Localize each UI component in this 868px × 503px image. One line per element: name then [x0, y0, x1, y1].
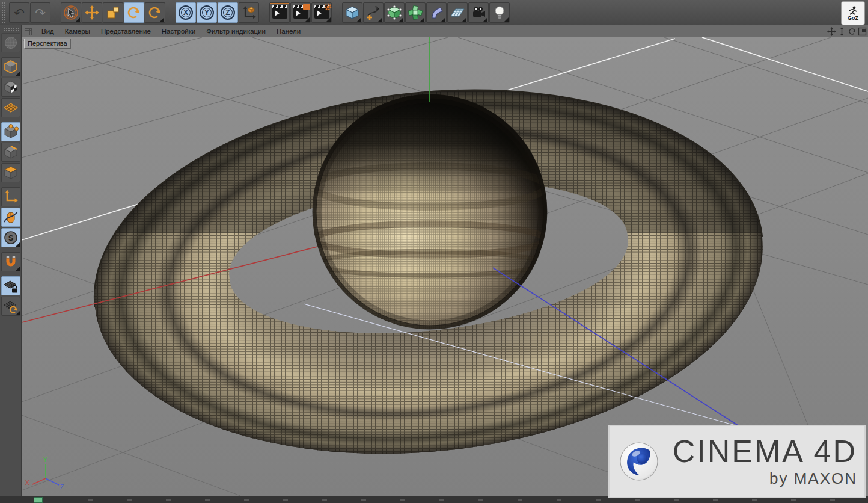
- mouse-tweak-icon: [3, 209, 19, 225]
- viewport-menu-grip[interactable]: [25, 28, 32, 35]
- workplane-orientation-button[interactable]: [1, 297, 20, 316]
- add-cube-button[interactable]: [342, 2, 362, 23]
- toolbar-grip[interactable]: [1, 2, 7, 23]
- render-view-button[interactable]: [269, 2, 290, 23]
- gizmo-y-label: Y: [43, 457, 47, 463]
- zoom-view-icon[interactable]: [837, 27, 846, 36]
- add-subdivision-surface-button[interactable]: [384, 2, 405, 23]
- gizmo-z-label: Z: [60, 484, 64, 490]
- undo-icon: ↶: [14, 7, 25, 19]
- goz-figure-icon: [848, 6, 858, 16]
- model-mode-icon: [3, 59, 19, 75]
- render-view-icon: [272, 7, 287, 19]
- menu-view[interactable]: Вид: [36, 25, 60, 37]
- floor-grid-icon: [450, 5, 465, 20]
- enable-axis-icon: [3, 189, 19, 205]
- render-picture-viewer-button[interactable]: [290, 2, 311, 23]
- cloner-icon: [408, 5, 423, 20]
- magnet-snap-button[interactable]: [1, 252, 20, 271]
- x-axis-icon: X: [179, 5, 193, 20]
- make-editable-icon: [3, 35, 19, 51]
- workplane-mode-button[interactable]: [1, 98, 20, 117]
- rotate-button[interactable]: [124, 2, 144, 23]
- add-camera-button[interactable]: [468, 2, 489, 23]
- menu-panels[interactable]: Панели: [271, 25, 306, 37]
- lock-y-axis-button[interactable]: Y: [197, 2, 217, 23]
- scale-icon: [105, 5, 121, 20]
- lock-z-axis-button[interactable]: Z: [218, 2, 238, 23]
- magnet-icon: [3, 254, 19, 270]
- cinema4d-watermark: CINEMA 4D by MAXON: [608, 425, 866, 498]
- pan-view-icon[interactable]: [827, 27, 836, 36]
- coordinate-system-button[interactable]: [239, 2, 259, 23]
- cube-icon: [344, 5, 360, 20]
- cinema4d-logo-icon: [618, 440, 659, 483]
- add-cloner-button[interactable]: [405, 2, 426, 23]
- menu-display[interactable]: Представление: [96, 25, 156, 37]
- move-icon: [84, 5, 100, 20]
- last-used-rotate-icon: [147, 5, 163, 20]
- make-editable-button[interactable]: [1, 33, 20, 52]
- points-mode-icon: [3, 124, 19, 140]
- z-axis-icon: Z: [221, 5, 235, 20]
- camera-icon: [471, 5, 486, 20]
- undo-button[interactable]: ↶: [9, 2, 29, 23]
- toggle-view-icon[interactable]: [858, 27, 867, 36]
- viewport-label[interactable]: Перспектива: [24, 39, 71, 49]
- redo-button[interactable]: ↷: [30, 2, 50, 23]
- scale-button[interactable]: [103, 2, 123, 23]
- viewport-menu-bar: Вид Камеры Представление Настройки Фильт…: [22, 25, 868, 38]
- goz-label: GoZ: [848, 16, 858, 21]
- edges-mode-icon: [3, 144, 19, 160]
- menu-cameras[interactable]: Камеры: [60, 25, 96, 37]
- polygons-mode-button[interactable]: [1, 163, 20, 182]
- goz-button[interactable]: GoZ: [841, 1, 865, 25]
- points-mode-button[interactable]: [1, 122, 20, 141]
- watermark-title: CINEMA 4D: [673, 435, 857, 468]
- current-frame-marker[interactable]: [34, 497, 43, 503]
- texture-mode-button[interactable]: [1, 78, 20, 97]
- rotate-view-icon[interactable]: [848, 27, 857, 36]
- watermark-subtitle: by MAXON: [673, 469, 857, 488]
- rotate-icon: [126, 5, 142, 20]
- lock-workplane-button[interactable]: [1, 276, 20, 295]
- polygons-mode-icon: [3, 165, 19, 181]
- main-toolbar: ↶ ↷: [0, 0, 868, 26]
- gizmo-x-label: X: [25, 480, 29, 486]
- menu-options[interactable]: Настройки: [156, 25, 201, 37]
- add-environment-button[interactable]: [447, 2, 468, 23]
- menu-filter[interactable]: Фильтр индикации: [201, 25, 271, 37]
- spline-pen-icon: [365, 5, 381, 20]
- subdivision-surface-icon: [387, 5, 402, 20]
- saturn-sphere[interactable]: [311, 93, 548, 330]
- lock-x-axis-button[interactable]: X: [176, 2, 196, 23]
- render-settings-button[interactable]: [311, 2, 332, 23]
- live-selection-button[interactable]: [61, 2, 81, 23]
- light-bulb-icon: [492, 5, 507, 20]
- workplane-mode-icon: [3, 100, 19, 116]
- add-spline-button[interactable]: [363, 2, 384, 23]
- redo-icon: ↷: [35, 7, 46, 19]
- timeline-ticks: [88, 499, 868, 501]
- add-light-button[interactable]: [489, 2, 510, 23]
- mode-palette: S: [0, 25, 22, 496]
- model-mode-button[interactable]: [1, 57, 20, 76]
- viewport-nav-controls: [827, 25, 867, 37]
- live-selection-icon: [63, 5, 79, 20]
- snap-icon: S: [3, 230, 19, 245]
- enable-snap-button[interactable]: S: [1, 228, 20, 247]
- coordinate-system-icon: [241, 5, 257, 20]
- edges-mode-button[interactable]: [1, 143, 20, 162]
- mode-palette-grip[interactable]: [3, 27, 19, 32]
- render-settings-icon: [314, 7, 329, 19]
- last-used-tool-button[interactable]: [145, 2, 165, 23]
- workplane-lock-icon: [3, 278, 19, 294]
- move-button[interactable]: [82, 2, 102, 23]
- snap-letter: S: [8, 233, 13, 242]
- enable-axis-button[interactable]: [1, 187, 20, 206]
- texture-mode-icon: [3, 79, 19, 95]
- cinema4d-window: { "app": { "goz_label": "GoZ" }, "main_t…: [0, 0, 868, 503]
- workplane-rotate-icon: [3, 298, 19, 314]
- tweak-mode-button[interactable]: [1, 208, 20, 227]
- add-deformer-button[interactable]: [426, 2, 447, 23]
